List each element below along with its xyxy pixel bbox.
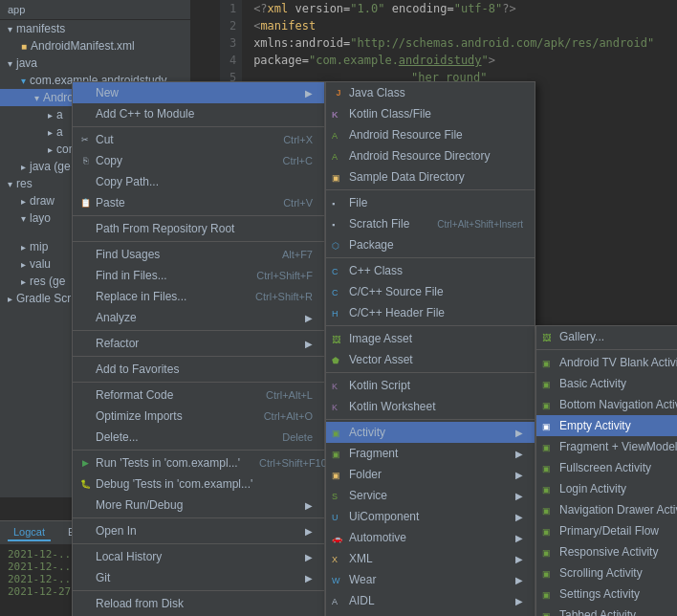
folder-icon: ▾ <box>8 179 12 189</box>
tree-item-label: a <box>56 108 63 121</box>
context-menu: New ▶ Add C++ to Module ✂ Cut Ctrl+X ⎘ C… <box>72 81 325 616</box>
vector-icon: ⬟ <box>332 353 339 366</box>
submenu-uicomponent[interactable]: U UiComponent ▶ <box>326 506 535 527</box>
submenu-wear[interactable]: W Wear ▶ <box>326 569 535 590</box>
activity-icon: ▣ <box>332 426 340 439</box>
submenu-automotive[interactable]: 🚗 Automotive ▶ <box>326 527 535 548</box>
submenu-item-label: Activity <box>349 426 385 439</box>
submenu-widget[interactable]: W Widget ▶ <box>326 611 535 616</box>
menu-item-analyze[interactable]: Analyze ▶ <box>73 307 324 328</box>
submenu-tabbed[interactable]: ▣ Tabbed Activity <box>536 605 677 616</box>
menu-item-local-history[interactable]: Local History ▶ <box>73 546 324 567</box>
submenu-arrow: ▶ <box>515 449 523 459</box>
menu-item-more-run[interactable]: More Run/Debug ▶ <box>73 495 324 516</box>
menu-item-debug-tests[interactable]: 🐛 Debug 'Tests in 'com.exampl...' <box>73 473 324 495</box>
menu-item-add-cpp[interactable]: Add C++ to Module <box>73 103 324 124</box>
auto-icon: 🚗 <box>332 531 342 544</box>
submenu-bottom-nav[interactable]: ▣ Bottom Navigation Activity <box>536 394 677 415</box>
submenu-item-label: Wear <box>349 573 376 586</box>
submenu-login[interactable]: ▣ Login Activity <box>536 478 677 499</box>
submenu-nav-drawer[interactable]: ▣ Navigation Drawer Activity <box>536 499 677 520</box>
submenu-separator <box>326 372 535 373</box>
menu-item-delete[interactable]: Delete... Delete <box>73 427 324 448</box>
tree-item-label: res (ge <box>30 275 65 288</box>
submenu-item-label: Android Resource Directory <box>349 149 490 163</box>
submenu-file[interactable]: ▪ File <box>326 192 535 213</box>
submenu-fragment[interactable]: ▣ Fragment ▶ <box>326 443 535 464</box>
menu-separator <box>73 517 324 518</box>
submenu-android-resource-dir[interactable]: A Android Resource Directory <box>326 145 535 166</box>
submenu-service[interactable]: S Service ▶ <box>326 485 535 506</box>
folder-icon: ▾ <box>34 93 39 103</box>
menu-item-open-in[interactable]: Open In ▶ <box>73 520 324 541</box>
submenu-cpp-class[interactable]: C C++ Class <box>326 260 535 281</box>
submenu-sample-data[interactable]: ▣ Sample Data Directory <box>326 166 535 187</box>
menu-item-find-usages[interactable]: Find Usages Alt+F7 <box>73 244 324 265</box>
menu-item-optimize-imports[interactable]: Optimize Imports Ctrl+Alt+O <box>73 406 324 427</box>
submenu-primary-detail[interactable]: ▣ Primary/Detail Flow <box>536 520 677 541</box>
submenu-activity[interactable]: ▣ Activity ▶ <box>326 422 535 443</box>
submenu-cpp-header[interactable]: H C/C++ Header File <box>326 302 535 323</box>
settings-act-icon: ▣ <box>542 587 551 601</box>
submenu-arrow: ▶ <box>515 596 523 606</box>
menu-item-shortcut: Ctrl+Shift+R <box>255 291 313 302</box>
submenu-aidl[interactable]: A AIDL ▶ <box>326 590 535 611</box>
submenu-package[interactable]: ⬡ Package <box>326 234 535 255</box>
tree-item-java[interactable]: ▾ java <box>0 55 190 72</box>
submenu-fullscreen[interactable]: ▣ Fullscreen Activity <box>536 457 677 478</box>
logcat-tab[interactable]: Logcat <box>8 524 51 541</box>
submenu-item-label: Gallery... <box>559 330 604 343</box>
submenu-android-resource-file[interactable]: A Android Resource File <box>326 124 535 145</box>
menu-item-path-from-repo[interactable]: Path From Repository Root <box>73 218 324 239</box>
tree-item-label: AndroidManifest.xml <box>31 39 135 53</box>
menu-item-replace-in-files[interactable]: Replace in Files... Ctrl+Shift+R <box>73 286 324 307</box>
menu-separator <box>73 241 324 242</box>
submenu-kotlin-worksheet[interactable]: K Kotlin Worksheet <box>326 396 535 417</box>
submenu-image-asset[interactable]: 🖼 Image Asset <box>326 328 535 349</box>
submenu-xml[interactable]: X XML ▶ <box>326 548 535 569</box>
menu-item-find-in-files[interactable]: Find in Files... Ctrl+Shift+F <box>73 265 324 286</box>
submenu-java-class[interactable]: J Java Class <box>326 82 535 103</box>
menu-item-refactor[interactable]: Refactor ▶ <box>73 333 324 354</box>
menu-item-paste[interactable]: 📋 Paste Ctrl+V <box>73 192 324 213</box>
submenu-vector-asset[interactable]: ⬟ Vector Asset <box>326 349 535 370</box>
menu-item-label: Git <box>96 571 110 584</box>
tree-item-manifests[interactable]: ▾ manifests <box>0 20 190 37</box>
submenu-fragment-viewmodel[interactable]: ▣ Fragment + ViewModel <box>536 436 677 457</box>
frag-vm-icon: ▣ <box>542 440 551 453</box>
menu-item-add-favorites[interactable]: Add to Favorites <box>73 359 324 380</box>
submenu-scratch-file[interactable]: ▪ Scratch File Ctrl+Alt+Shift+Insert <box>326 213 535 234</box>
submenu-folder[interactable]: ▣ Folder ▶ <box>326 464 535 485</box>
menu-item-new[interactable]: New ▶ <box>73 82 324 103</box>
menu-item-label: Copy Path... <box>96 175 159 188</box>
submenu-item-label: C++ Class <box>349 264 403 277</box>
submenu-item-label: Primary/Detail Flow <box>559 524 659 538</box>
run-icon: ▶ <box>78 456 92 470</box>
tree-item-androidmanifest[interactable]: ■ AndroidManifest.xml <box>0 37 190 55</box>
submenu-responsive[interactable]: ▣ Responsive Activity <box>536 541 677 562</box>
menu-item-reformat[interactable]: Reformat Code Ctrl+Alt+L <box>73 385 324 406</box>
tree-item-label: a <box>56 125 63 139</box>
menu-item-icon: 📋 <box>78 196 92 209</box>
menu-item-git[interactable]: Git ▶ <box>73 567 324 588</box>
menu-item-reload-disk[interactable]: Reload from Disk <box>73 593 324 614</box>
submenu-settings[interactable]: ▣ Settings Activity <box>536 583 677 605</box>
submenu-empty-activity[interactable]: ▣ Empty Activity <box>536 415 677 436</box>
submenu-scrolling[interactable]: ▣ Scrolling Activity <box>536 562 677 583</box>
submenu-item-label: UiComponent <box>349 510 419 523</box>
menu-item-copy-path[interactable]: Copy Path... <box>73 171 324 192</box>
submenu-basic-activity[interactable]: ▣ Basic Activity <box>536 373 677 394</box>
menu-item-run-tests[interactable]: ▶ Run 'Tests in 'com.exampl...' Ctrl+Shi… <box>73 452 324 473</box>
menu-item-copy[interactable]: ⎘ Copy Ctrl+C <box>73 150 324 171</box>
submenu-tv-blank[interactable]: ▣ Android TV Blank Activity <box>536 352 677 373</box>
submenu-gallery[interactable]: 🖼 Gallery... <box>536 326 677 347</box>
submenu-item-label: Folder <box>349 468 382 481</box>
submenu-kotlin-script[interactable]: K Kotlin Script <box>326 375 535 396</box>
submenu-item-label: C/C++ Source File <box>349 285 444 298</box>
submenu-cpp-source[interactable]: C C/C++ Source File <box>326 281 535 302</box>
submenu-kotlin-class[interactable]: K Kotlin Class/File <box>326 103 535 124</box>
menu-item-cut[interactable]: ✂ Cut Ctrl+X <box>73 129 324 150</box>
submenu-item-label: Scrolling Activity <box>559 566 643 580</box>
tree-item-label: Gradle Scr <box>16 292 71 305</box>
submenu-item-label: AIDL <box>349 594 375 607</box>
